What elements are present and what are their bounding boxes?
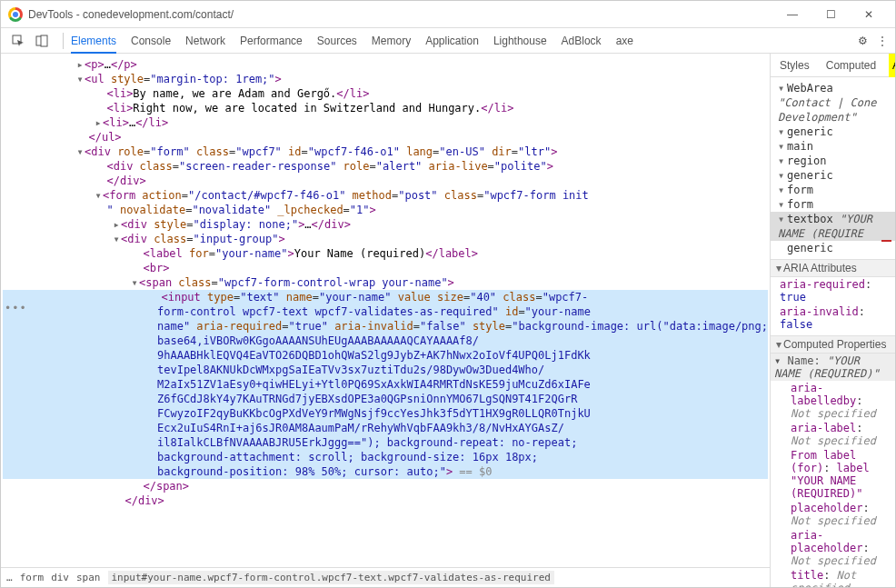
a11y-node[interactable]: ▾generic (771, 168, 895, 183)
a11y-node[interactable]: ▾WebArea "Contact | Cone Development" (771, 81, 895, 125)
property-row: aria-labelledby: Not specified (771, 381, 895, 421)
more-icon[interactable]: ⋮ (877, 35, 888, 47)
settings-icon[interactable]: ⚙ (858, 35, 868, 47)
tab-application[interactable]: Application (425, 28, 479, 54)
property-row: aria-required: true (771, 277, 895, 304)
tab-sources[interactable]: Sources (317, 28, 357, 54)
accessibility-tree[interactable]: ▾WebArea "Contact | Cone Development" ▾g… (771, 81, 895, 255)
svg-rect-2 (41, 35, 47, 46)
tab-elements[interactable]: Elements (71, 28, 116, 54)
dom-node-selected[interactable]: background-position: 98% 50%; cursor: au… (3, 464, 768, 479)
dom-node-selected[interactable]: form-control wpcf7-text wpcf7-validates-… (3, 304, 768, 319)
side-tab-styles[interactable]: Styles (776, 54, 813, 77)
dom-node-selected[interactable]: il8IalkCLBfNVAAAABJRU5ErkJggg=="); backg… (3, 435, 768, 450)
dom-node-selected[interactable]: name" aria-required="true" aria-invalid=… (3, 319, 768, 334)
dom-node[interactable]: ▾<ul style="margin-top: 1rem;"> (3, 72, 768, 86)
dom-node-selected[interactable]: <input type="text" name="your-name" valu… (3, 290, 768, 304)
section-aria-attributes[interactable]: ▾ARIA Attributes (771, 259, 895, 277)
tab-memory[interactable]: Memory (372, 28, 411, 54)
dom-node-selected[interactable]: base64,iVBORw0KGgoAAAANSUhEUgAAABAAAAAQC… (3, 334, 768, 348)
property-row: aria-invalid: false (771, 304, 895, 332)
dom-node-selected[interactable]: FCwyzoIF2qyBuKKbcOgPXdVeY9rMWgNsjf9ccYes… (3, 406, 768, 421)
dom-node-selected[interactable]: background-attachment: scroll; backgroun… (3, 450, 768, 464)
side-tabs: Styles Computed Accessibility » (771, 54, 895, 77)
dom-node-selected[interactable]: Ecx2uIuS4RnI+aj6sJR0AM8AaumPaM/rRehyWhVq… (3, 421, 768, 435)
a11y-node[interactable]: ▾main (771, 139, 895, 154)
minimize-button[interactable]: — (773, 1, 811, 28)
titlebar: DevTools - conedevelopment.com/contact/ … (1, 1, 895, 28)
property-row: placeholder: Not specified (771, 501, 895, 528)
dom-node[interactable]: ▾<div class="input-group"> (3, 232, 768, 246)
dom-node[interactable]: " novalidate="novalidate" _lpchecked="1"… (3, 203, 768, 217)
computed-name[interactable]: ▾ Name: "YOUR NAME (REQUIRED)" (771, 354, 895, 381)
breadcrumb-item[interactable]: form (20, 572, 45, 583)
dom-tree[interactable]: ••• ▸<p>…</p> ▾<ul style="margin-top: 1r… (1, 54, 770, 567)
devtools-window: DevTools - conedevelopment.com/contact/ … (0, 0, 896, 588)
gutter-ellipsis-icon: ••• (5, 301, 27, 315)
breadcrumb[interactable]: … form div span input#your-name.wpcf7-fo… (1, 567, 770, 587)
property-row: From label (for): label "YOUR NAME (REQU… (771, 448, 895, 501)
dom-node[interactable]: </span> (3, 479, 768, 493)
property-row: aria-label: Not specified (771, 421, 895, 448)
dom-node-selected[interactable]: Z6fGCdJ8kY4y7KAuTRNGd7jyEBXsdOPE3a0QGPsn… (3, 392, 768, 406)
dom-node[interactable]: </div> (3, 493, 768, 508)
a11y-node-selected[interactable]: ▾textbox "YOUR NAME (REQUIRE (771, 212, 895, 241)
elements-panel: ••• ▸<p>…</p> ▾<ul style="margin-top: 1r… (1, 54, 771, 587)
dom-node[interactable]: ▸<p>…</p> (3, 57, 768, 72)
window-title: DevTools - conedevelopment.com/contact/ (28, 8, 773, 21)
breadcrumb-item[interactable]: … (6, 572, 13, 583)
tab-lighthouse[interactable]: Lighthouse (493, 28, 547, 54)
side-tab-accessibility[interactable]: Accessibility (889, 54, 895, 77)
a11y-node[interactable]: ▾region (771, 154, 895, 168)
side-tab-computed[interactable]: Computed (822, 54, 880, 77)
dom-node[interactable]: ▸<div style="display: none;">…</div> (3, 217, 768, 232)
dom-node[interactable]: </ul> (3, 130, 768, 145)
tab-console[interactable]: Console (131, 28, 171, 54)
a11y-node[interactable]: generic (771, 241, 895, 255)
dom-node[interactable]: ▾<span class="wpcf7-form-control-wrap yo… (3, 275, 768, 290)
breadcrumb-item-selected[interactable]: input#your-name.wpcf7-form-control.wpcf7… (108, 571, 554, 584)
dom-node[interactable]: </div> (3, 174, 768, 188)
toggle-device-icon[interactable] (32, 31, 52, 51)
devtools-toolbar: Elements Console Network Performance Sou… (1, 28, 895, 54)
inspect-element-icon[interactable] (8, 31, 28, 51)
section-computed-properties[interactable]: ▾Computed Properties (771, 335, 895, 354)
panel-tabs: Elements Console Network Performance Sou… (71, 28, 858, 54)
dom-node[interactable]: ▾<form action="/contact/#wpcf7-f46-o1" m… (3, 188, 768, 203)
dom-node[interactable]: <div class="screen-reader-response" role… (3, 159, 768, 174)
tab-performance[interactable]: Performance (240, 28, 303, 54)
breadcrumb-item[interactable]: div (51, 572, 69, 583)
tab-network[interactable]: Network (185, 28, 225, 54)
dom-node-selected[interactable]: 9hAAABHklEQVQ4EaVTO26DQBD1ohQWaS2lg9JybZ… (3, 348, 768, 363)
dom-node[interactable]: ▾<div role="form" class="wpcf7" id="wpcf… (3, 145, 768, 159)
close-button[interactable]: ✕ (850, 1, 888, 28)
dom-node[interactable]: <br> (3, 261, 768, 275)
tab-adblock[interactable]: AdBlock (562, 28, 602, 54)
maximize-button[interactable]: ☐ (811, 1, 850, 28)
dom-node-selected[interactable]: tevIpel8AKNUkDcWMxpgSaIEaTVv3sx7uztiTdu2… (3, 363, 768, 377)
tab-axe[interactable]: axe (616, 28, 633, 54)
dom-node[interactable]: <label for="your-name">Your Name (requir… (3, 246, 768, 261)
a11y-node[interactable]: ▾form (771, 183, 895, 197)
dom-node[interactable]: <li>Right now, we are located in Switzer… (3, 101, 768, 115)
chrome-icon (8, 7, 23, 22)
side-panel: Styles Computed Accessibility » ▾WebArea… (771, 54, 895, 587)
dom-node[interactable]: <li>By name, we are Adam and Gergő.</li> (3, 86, 768, 101)
a11y-node[interactable]: ▾form (771, 197, 895, 212)
dom-node-selected[interactable]: M2aIx51ZV1aEsy0+qiwHELyi+Ytl0PQ69SxAxkWI… (3, 377, 768, 392)
a11y-node[interactable]: ▾generic (771, 125, 895, 139)
dom-node[interactable]: ▸<li>…</li> (3, 115, 768, 130)
property-row: aria-placeholder: Not specified (771, 528, 895, 568)
property-row: title: Not specified (771, 568, 895, 587)
breadcrumb-item[interactable]: span (76, 572, 101, 583)
